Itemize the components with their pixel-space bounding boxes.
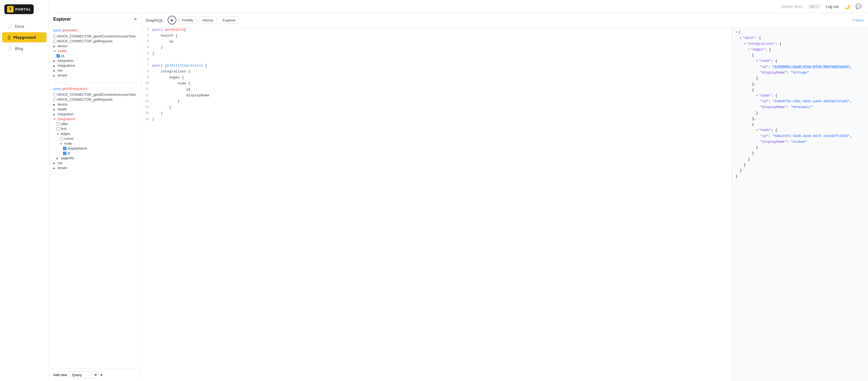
item-label: edges — [61, 132, 70, 136]
logo-badge[interactable]: Y PORTAL — [4, 4, 34, 14]
explorer-footer: Add new Query Mutation Subscription + — [49, 369, 141, 381]
collapse-arrow[interactable]: ▼ — [748, 48, 750, 51]
theme-toggle-icon[interactable]: 🌙 — [844, 3, 850, 9]
explorer-item: MOCK_CONNECTOR_getRequests — [53, 39, 137, 44]
json-line: "id": "248e9f5d-c89c-4d4c-aa04-d045da7d7… — [736, 99, 865, 104]
explorer-item-device[interactable]: ▶device — [53, 44, 137, 48]
query2-name[interactable]: getAllIntegrations — [62, 87, 88, 91]
json-line: }, — [736, 116, 865, 122]
code-line: 11 id — [141, 87, 732, 93]
explorer-item-tenant[interactable]: ▶tenant — [53, 73, 137, 78]
code-line: 8 integrations { — [141, 69, 732, 75]
chat-icon[interactable]: 💬 — [856, 3, 862, 9]
line-content — [152, 57, 732, 58]
line-number: 8 — [141, 69, 152, 73]
explorer-item-integration[interactable]: ▶integration — [53, 58, 137, 63]
code-area: GraphiQL ▶ Prettify History Explorer < D… — [141, 13, 868, 381]
explorer-close-button[interactable]: × — [134, 17, 137, 22]
line-number: 4 — [141, 45, 152, 49]
query-type-select[interactable]: Query Mutation Subscription — [69, 372, 98, 378]
graphiql-toolbar: GraphiQL ▶ Prettify History Explorer < D… — [141, 13, 868, 27]
line-number: 2 — [141, 33, 152, 37]
checkbox-mock4[interactable] — [53, 98, 57, 101]
json-line: } — [736, 145, 865, 150]
explorer-item-integrations[interactable]: ▶integrations — [53, 63, 137, 68]
playground-icon: {} — [8, 35, 10, 40]
explorer-item-pageinfo[interactable]: ▶pageInfo — [53, 156, 137, 161]
collapse-arrow[interactable]: ▼ — [736, 31, 738, 34]
json-line: { — [736, 53, 865, 58]
explorer-item-tenant2[interactable]: ▶tenant — [53, 166, 137, 170]
checkbox-mock2[interactable] — [53, 40, 57, 43]
collapse-arrow[interactable]: ▼ — [756, 94, 758, 97]
explorer-item-integrations2[interactable]: ▼integrations — [53, 117, 137, 122]
query-editor[interactable]: 1 query getHealth{ 2 health { 3 ok 4 — [141, 27, 732, 381]
explorer-item: MOCK_CONNECTOR_getAllConnectorAccessToke — [53, 34, 137, 39]
checkbox-id[interactable] — [63, 152, 66, 155]
arrow-open-icon: ▼ — [57, 132, 60, 135]
checkbox-first[interactable] — [57, 127, 60, 131]
nav-item-docs[interactable]: 📄 Docs — [2, 21, 46, 31]
query-group-2: query getAllIntegrations MOCK_CONNECTOR_… — [49, 85, 141, 173]
json-line: } — [736, 76, 865, 81]
checkbox-mock3[interactable] — [53, 93, 57, 96]
explorer-item-device2[interactable]: ▶device — [53, 102, 137, 107]
nav-docs-label: Docs — [15, 24, 24, 29]
query1-name[interactable]: getHealth{ — [62, 29, 77, 32]
explorer-item-me2[interactable]: ▶me — [53, 161, 137, 166]
checkbox-cursor[interactable] — [60, 137, 63, 140]
json-line: } — [736, 150, 865, 156]
nav-item-playground[interactable]: {} Playground — [2, 32, 46, 42]
arrow-icon: ▶ — [57, 157, 60, 160]
line-content: edges { — [152, 75, 732, 79]
explorer-item-integration2[interactable]: ▶integration — [53, 112, 137, 117]
explorer-item-edges[interactable]: ▼edges — [53, 131, 137, 136]
arrow-icon: ▶ — [53, 64, 57, 67]
checkbox-displayname[interactable] — [63, 147, 66, 150]
item-label: integration — [58, 59, 73, 63]
code-line: 10 node { — [141, 81, 732, 87]
graphiql-container: Explorer × query getHealth{ MOCK_CONNECT… — [49, 13, 868, 381]
line-content: health { — [152, 33, 732, 38]
item-label: first: — [61, 127, 67, 131]
explorer-item-first: first: — [53, 127, 137, 131]
json-line: ▼"edges": [ — [736, 47, 865, 53]
checkbox-ok[interactable] — [57, 54, 60, 58]
nav-item-blog[interactable]: 📄 Blog — [2, 43, 46, 54]
explorer-item-node[interactable]: ▼node — [53, 141, 137, 146]
docs-link[interactable]: < Docs — [852, 18, 864, 22]
prettify-button[interactable]: Prettify — [179, 16, 196, 24]
code-line: 15 } — [141, 111, 732, 117]
line-number: 9 — [141, 75, 152, 79]
line-content: } — [152, 45, 732, 50]
explorer-item-me[interactable]: ▶me — [53, 68, 137, 73]
arrow-icon: ▶ — [53, 103, 57, 106]
collapse-arrow[interactable]: ▼ — [744, 42, 746, 45]
collapse-arrow[interactable]: ▼ — [756, 60, 758, 63]
item-label: pageInfo — [61, 156, 74, 160]
line-number: 13 — [141, 99, 152, 103]
collapse-arrow[interactable]: ▼ — [756, 129, 758, 132]
json-line: }, — [736, 81, 865, 87]
arrow-open-icon: ▼ — [53, 118, 57, 121]
query1-keyword: query — [53, 29, 62, 32]
checkbox-mock1[interactable] — [53, 35, 57, 38]
json-line: { — [736, 122, 865, 128]
history-button[interactable]: History — [199, 16, 217, 24]
checkbox-after[interactable] — [57, 123, 60, 126]
line-number: 11 — [141, 87, 152, 91]
line-number: 16 — [141, 117, 152, 121]
explorer-item-health2[interactable]: ▶health — [53, 107, 137, 112]
collapse-arrow[interactable]: ▼ — [740, 36, 742, 40]
explorer-item-cursor: cursor — [53, 136, 137, 141]
line-content: } — [152, 117, 732, 121]
logout-button[interactable]: Log out — [826, 4, 839, 9]
line-content: ok — [152, 39, 732, 44]
line-content: integrations { — [152, 69, 732, 73]
code-line: 5 } — [141, 51, 732, 57]
run-button[interactable]: ▶ — [168, 16, 176, 25]
add-query-button[interactable]: + — [100, 373, 103, 378]
explorer-button[interactable]: Explorer — [219, 16, 239, 24]
explorer-item-health[interactable]: ▼health — [53, 48, 137, 54]
search-area[interactable]: Search docs... Ctrl + / — [781, 4, 820, 9]
